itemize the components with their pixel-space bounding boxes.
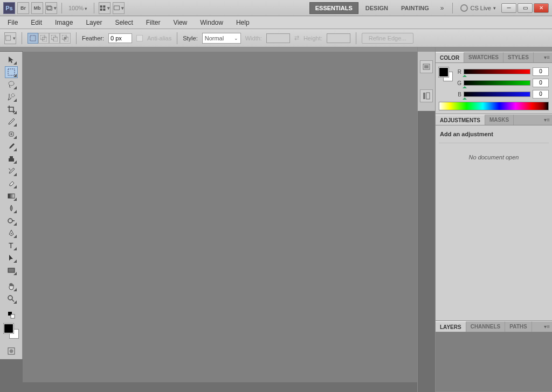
menu-edit[interactable]: Edit [29,18,44,27]
rectangular-marquee-tool[interactable] [5,66,18,78]
panels-grip[interactable] [436,47,552,52]
canvas-area[interactable] [23,52,417,382]
workspace-switcher: ESSENTIALS DESIGN PAINTING » [309,2,448,14]
svg-point-23 [11,233,12,234]
adjustments-panel-menu[interactable]: ▾≡ [542,115,552,125]
close-button[interactable]: ✕ [534,3,549,13]
workspace-design[interactable]: DESIGN [360,2,394,14]
svg-rect-16 [8,69,15,75]
document-tab-well[interactable] [23,47,417,52]
tab-masks[interactable]: MASKS [485,115,514,125]
foreground-color-swatch[interactable] [4,324,13,333]
bridge-button[interactable]: Br [17,2,29,14]
svg-rect-11 [51,35,56,39]
b-value[interactable]: 0 [533,90,549,99]
zoom-level-select[interactable]: 100% [66,4,89,12]
menu-help[interactable]: Help [234,18,252,27]
cslive-icon [460,4,468,12]
path-selection-tool[interactable] [5,252,18,264]
r-label: R [456,69,461,75]
gradient-tool[interactable] [5,190,18,202]
fg-swatch[interactable] [439,67,448,77]
g-value[interactable]: 0 [533,79,549,87]
g-slider[interactable] [464,80,530,86]
clone-stamp-tool[interactable] [5,153,18,165]
width-input [266,33,290,43]
menu-filter[interactable]: Filter [144,18,163,27]
menu-image[interactable]: Image [53,18,75,27]
brush-tool[interactable] [5,141,18,152]
adjustments-empty-message: No document open [439,154,549,160]
menu-window[interactable]: Window [198,18,225,27]
layers-body[interactable] [436,332,552,391]
style-select[interactable]: Normal⌄ [202,33,241,44]
svg-rect-4 [100,8,102,10]
type-tool[interactable]: T [5,240,18,251]
maximize-button[interactable]: ▭ [518,3,533,13]
menu-select[interactable]: Select [113,18,135,27]
tab-styles[interactable]: STYLES [503,52,534,62]
dock-grip[interactable] [418,47,435,52]
hand-tool[interactable] [5,281,18,292]
tab-swatches[interactable]: SWATCHES [464,52,503,62]
screen-mode-dropdown[interactable] [113,2,125,14]
tab-paths[interactable]: PATHS [505,321,532,332]
lasso-tool[interactable] [5,79,18,90]
r-value[interactable]: 0 [533,67,549,76]
menu-view[interactable]: View [171,18,189,27]
tab-layers[interactable]: LAYERS [436,321,466,332]
arrange-documents-dropdown[interactable] [99,2,111,14]
feather-label: Feather: [82,35,104,41]
quick-selection-tool[interactable] [5,91,18,103]
history-brush-tool[interactable] [5,165,18,177]
healing-brush-tool[interactable] [5,128,18,140]
width-label: Width: [245,35,262,41]
tab-color[interactable]: COLOR [436,52,464,62]
color-swatch-pair[interactable] [439,67,453,81]
workspace-essentials[interactable]: ESSENTIALS [309,2,358,14]
status-bar [23,382,417,392]
selection-subtract[interactable] [49,33,60,44]
selection-add[interactable] [38,33,49,44]
quick-mask-toggle[interactable] [5,345,18,357]
color-panel-menu[interactable]: ▾≡ [542,52,552,62]
style-label: Style: [183,35,198,41]
workspace-painting[interactable]: PAINTING [395,2,435,14]
tab-channels[interactable]: CHANNELS [466,321,506,332]
foreground-background-swatches[interactable] [4,324,19,339]
cslive-button[interactable]: CS Live▾ [460,4,496,12]
selection-intersect[interactable] [60,33,71,44]
minimize-button[interactable]: ─ [501,3,516,13]
selection-new[interactable] [27,33,38,44]
crop-tool[interactable] [5,103,18,115]
tools-grip[interactable] [0,47,23,52]
zoom-tool[interactable] [5,293,18,305]
history-panel-icon[interactable] [420,60,433,73]
menu-file[interactable]: File [5,18,20,27]
view-extras-dropdown[interactable] [45,2,57,14]
separator [452,3,453,13]
properties-panel-icon[interactable] [420,89,433,102]
pen-tool[interactable] [5,227,18,239]
dodge-tool[interactable] [5,215,18,227]
menu-layer[interactable]: Layer [84,18,104,27]
eraser-tool[interactable] [5,178,18,190]
feather-input[interactable] [108,33,132,43]
tab-adjustments[interactable]: ADJUSTMENTS [436,115,485,125]
app-logo[interactable]: Ps [3,2,15,14]
move-tool[interactable] [5,54,18,66]
r-slider[interactable] [464,69,530,74]
minibridge-button[interactable]: Mb [31,2,43,14]
default-colors[interactable] [5,309,18,321]
rectangle-tool[interactable] [5,264,18,276]
workspace-more[interactable]: » [436,4,448,12]
b-slider[interactable] [464,92,530,97]
color-spectrum[interactable] [439,102,549,110]
blur-tool[interactable] [5,202,18,214]
tool-preset-picker[interactable] [4,32,16,44]
layers-panel-menu[interactable]: ▾≡ [542,321,552,332]
svg-point-22 [8,219,12,223]
dock-gutter [418,111,435,392]
right-panels: COLOR SWATCHES STYLES ▾≡ R 0 G [436,47,552,392]
eyedropper-tool[interactable] [5,116,18,128]
